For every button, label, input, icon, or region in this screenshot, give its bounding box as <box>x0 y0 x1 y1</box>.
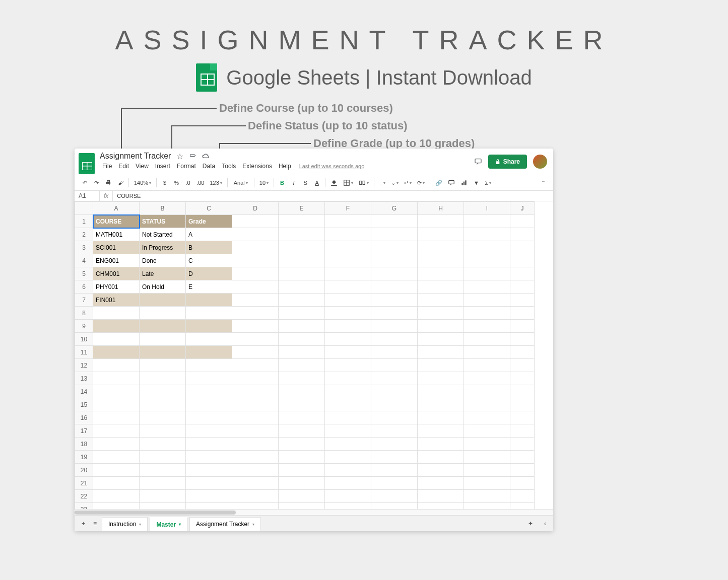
cell[interactable] <box>418 215 464 228</box>
cell[interactable] <box>418 241 464 254</box>
cell[interactable] <box>93 372 140 385</box>
cell[interactable] <box>140 359 186 372</box>
row-header[interactable]: 13 <box>75 372 93 385</box>
cell[interactable] <box>464 333 510 346</box>
redo-button[interactable]: ↷ <box>91 178 101 188</box>
cell[interactable] <box>325 438 371 451</box>
cell[interactable] <box>464 451 510 464</box>
row-header[interactable]: 6 <box>75 280 93 294</box>
chart-button[interactable] <box>458 177 470 188</box>
cell[interactable] <box>93 451 140 464</box>
cell[interactable] <box>510 464 535 477</box>
cell[interactable] <box>93 464 140 477</box>
cell[interactable] <box>418 267 464 280</box>
cell[interactable] <box>418 294 464 307</box>
cell[interactable]: B <box>186 241 232 254</box>
cell[interactable] <box>371 280 418 294</box>
cell[interactable] <box>93 346 140 359</box>
cell[interactable] <box>93 359 140 372</box>
cell[interactable] <box>279 477 325 490</box>
row-header[interactable]: 18 <box>75 438 93 451</box>
row-header[interactable]: 23 <box>75 503 93 510</box>
cell[interactable] <box>464 294 510 307</box>
cell[interactable] <box>510 346 535 359</box>
cell[interactable]: On Hold <box>140 280 186 294</box>
cell[interactable]: COURSE <box>93 215 140 228</box>
menu-edit[interactable]: Edit <box>116 162 131 171</box>
cell[interactable] <box>371 411 418 424</box>
cell[interactable]: MATH001 <box>93 228 140 241</box>
explore-button[interactable]: ✦ <box>525 518 536 529</box>
menu-view[interactable]: View <box>133 162 151 171</box>
merge-button[interactable] <box>357 177 371 188</box>
cell[interactable] <box>325 503 371 510</box>
cell[interactable] <box>93 385 140 398</box>
cell[interactable] <box>325 333 371 346</box>
row-header[interactable]: 14 <box>75 385 93 398</box>
menu-format[interactable]: Format <box>174 162 198 171</box>
cell[interactable] <box>464 424 510 438</box>
cell[interactable] <box>418 424 464 438</box>
cell[interactable]: D <box>186 267 232 280</box>
column-header[interactable]: H <box>418 202 464 215</box>
row-header[interactable]: 15 <box>75 398 93 411</box>
cell[interactable] <box>510 398 535 411</box>
filter-button[interactable]: ▼ <box>471 178 481 188</box>
cell[interactable] <box>371 346 418 359</box>
cell[interactable] <box>232 215 279 228</box>
cell[interactable] <box>510 215 535 228</box>
cell[interactable] <box>140 307 186 320</box>
sheet-tab-instruction[interactable]: Instruction▾ <box>102 517 148 531</box>
name-box[interactable]: A1 <box>75 191 100 201</box>
cell[interactable] <box>325 307 371 320</box>
cell[interactable] <box>510 254 535 267</box>
cell[interactable] <box>232 294 279 307</box>
last-edit-link[interactable]: Last edit was seconds ago <box>299 163 365 169</box>
cell[interactable] <box>93 438 140 451</box>
currency-button[interactable]: $ <box>160 178 170 188</box>
cell[interactable] <box>93 398 140 411</box>
user-avatar[interactable] <box>533 155 547 169</box>
cell[interactable] <box>93 307 140 320</box>
cell[interactable] <box>371 438 418 451</box>
cell[interactable] <box>325 411 371 424</box>
cell[interactable] <box>140 333 186 346</box>
cell[interactable] <box>279 215 325 228</box>
cell[interactable] <box>140 411 186 424</box>
cell[interactable] <box>232 307 279 320</box>
cell[interactable] <box>186 398 232 411</box>
cell[interactable] <box>510 307 535 320</box>
cell[interactable] <box>232 385 279 398</box>
cell[interactable] <box>464 228 510 241</box>
cell[interactable] <box>279 451 325 464</box>
cell[interactable] <box>510 490 535 503</box>
cell[interactable] <box>279 241 325 254</box>
menu-extensions[interactable]: Extensions <box>240 162 275 171</box>
cell[interactable]: Done <box>140 254 186 267</box>
cell[interactable] <box>464 503 510 510</box>
select-all-corner[interactable] <box>75 202 93 215</box>
cell[interactable] <box>325 280 371 294</box>
cell[interactable] <box>418 438 464 451</box>
move-icon[interactable] <box>189 152 197 160</box>
cell[interactable] <box>232 241 279 254</box>
cell[interactable] <box>232 267 279 280</box>
column-header[interactable]: G <box>371 202 418 215</box>
cell[interactable] <box>140 464 186 477</box>
cell[interactable] <box>371 254 418 267</box>
cell[interactable] <box>186 333 232 346</box>
cell[interactable] <box>464 464 510 477</box>
cell[interactable]: Grade <box>186 215 232 228</box>
cell[interactable] <box>93 490 140 503</box>
wrap-button[interactable]: ↵ <box>402 178 414 188</box>
comment-history-icon[interactable] <box>474 158 482 166</box>
cell[interactable] <box>279 294 325 307</box>
font-select[interactable]: Arial <box>231 178 251 188</box>
column-header[interactable]: F <box>325 202 371 215</box>
cell[interactable] <box>325 490 371 503</box>
cell[interactable] <box>232 254 279 267</box>
cell[interactable] <box>93 424 140 438</box>
row-header[interactable]: 19 <box>75 451 93 464</box>
cell[interactable] <box>464 241 510 254</box>
cell[interactable] <box>186 372 232 385</box>
